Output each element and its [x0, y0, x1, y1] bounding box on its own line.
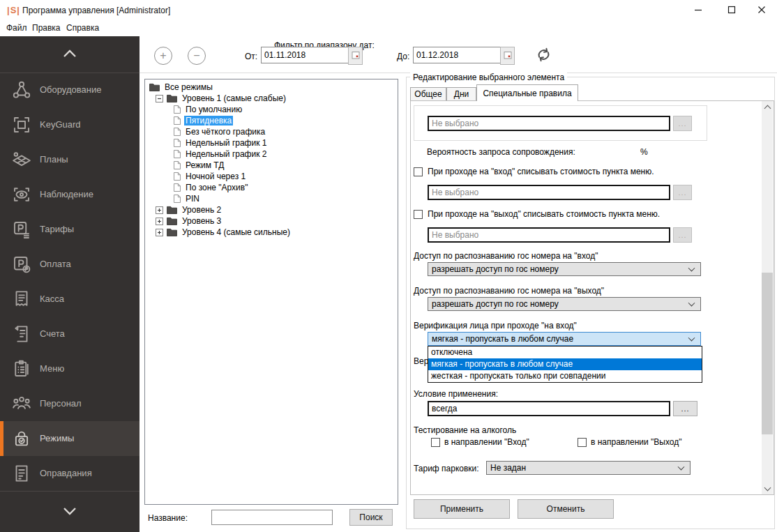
tab-label: Дни	[454, 89, 469, 99]
entry-writeoff-checkbox[interactable]	[414, 167, 423, 176]
tree-row[interactable]: Без чёткого графика	[145, 126, 398, 137]
scroll-down-button[interactable]	[762, 483, 773, 494]
face-entry-dropdown-list: отключена мягкая - пропускать в любом сл…	[428, 346, 702, 383]
cancel-button[interactable]: Отменить	[518, 499, 614, 519]
alcohol-exit-checkbox[interactable]	[578, 438, 587, 447]
sidebar-item-payment[interactable]: Оплата	[0, 247, 139, 282]
sidebar-item-plans[interactable]: Планы	[0, 142, 139, 177]
sidebar-item-observation[interactable]: Наблюдение	[0, 177, 139, 212]
collapse-icon[interactable]	[156, 95, 163, 102]
sidebar-item-label: Тарифы	[40, 212, 74, 247]
escort-browse-button[interactable]: ...	[673, 116, 692, 131]
sidebar-item-personnel[interactable]: Персонал	[0, 386, 139, 421]
document-icon	[174, 161, 181, 169]
select-value: разрешать доступ по гос номеру	[432, 264, 559, 274]
exit-writeoff-input[interactable]	[428, 227, 670, 243]
calendar-icon	[352, 51, 360, 61]
menu-file[interactable]: Файл	[6, 23, 27, 33]
tree-row[interactable]: Недельный график 1	[145, 137, 398, 149]
sidebar-item-menu[interactable]: Меню	[0, 351, 139, 386]
face-entry-select[interactable]: мягкая - пропускать в любом случае	[428, 332, 701, 346]
refresh-button[interactable]	[534, 45, 553, 66]
tree-row[interactable]: Ночной через 1	[145, 171, 398, 182]
condition-input[interactable]	[428, 401, 670, 416]
tree-node-label: Уровень 4 (самые сильные)	[181, 227, 292, 237]
expand-icon[interactable]	[156, 206, 163, 214]
maximize-button[interactable]	[716, 0, 747, 21]
tree-row[interactable]: Уровень 4 (самые сильные)	[145, 227, 398, 238]
sidebar-collapse-button[interactable]	[0, 36, 139, 73]
tab-general[interactable]: Общее	[410, 87, 446, 101]
dropdown-option[interactable]: отключена	[428, 347, 702, 358]
tree-row[interactable]: PIN	[145, 193, 398, 204]
tree-row[interactable]: Уровень 3	[145, 215, 398, 227]
expand-icon[interactable]	[156, 218, 163, 225]
entry-writeoff-input[interactable]	[428, 185, 670, 200]
tariffs-icon	[11, 219, 32, 240]
tree-row[interactable]: Уровень 1 (самые слабые)	[145, 93, 398, 104]
zoom-in-button[interactable]: +	[154, 47, 172, 65]
dropdown-option[interactable]: жесткая - пропускать только при совпаден…	[428, 370, 702, 382]
app-icon: |S|	[7, 5, 20, 15]
zoom-out-button[interactable]: −	[188, 47, 206, 65]
search-button[interactable]: Поиск	[349, 509, 393, 526]
tree-row[interactable]: Все режимы	[145, 82, 398, 93]
tree-row[interactable]: Недельный график 2	[145, 149, 398, 160]
date-to-calendar-button[interactable]	[500, 47, 515, 65]
tree-row[interactable]: Уровень 2	[145, 204, 398, 215]
sidebar-item-accounts[interactable]: Счета	[0, 317, 139, 351]
minimize-icon	[694, 6, 702, 16]
date-to-label: До:	[397, 52, 409, 61]
date-to-input[interactable]	[413, 47, 502, 63]
entry-writeoff-browse-button[interactable]: ...	[673, 185, 692, 200]
sidebar-item-label: Оправдания	[40, 456, 92, 491]
tree-row[interactable]: По умолчанию	[145, 104, 398, 115]
entry-writeoff-label: При проходе на "вход" списывать стоимост…	[428, 167, 654, 176]
sidebar-item-label: Меню	[40, 351, 64, 386]
plate-entry-select[interactable]: разрешать доступ по гос номеру	[428, 262, 701, 276]
menu-bar: Файл Правка Справка	[0, 21, 777, 36]
sidebar-item-equipment[interactable]: Оборудование	[0, 73, 139, 107]
exit-writeoff-checkbox[interactable]	[414, 210, 423, 219]
alcohol-entry-checkbox[interactable]	[431, 438, 440, 447]
date-from-calendar-button[interactable]	[348, 47, 363, 65]
menu-edit[interactable]: Правка	[32, 23, 61, 33]
exit-writeoff-label: При проходе на "выход" списывать стоимос…	[428, 209, 660, 219]
scroll-up-button[interactable]	[762, 101, 773, 112]
plate-exit-select[interactable]: разрешать доступ по гос номеру	[428, 297, 701, 311]
sidebar-item-cashdesk[interactable]: Касса	[0, 282, 139, 317]
tree-row[interactable]: По зоне "Архив"	[145, 182, 398, 193]
sidebar-item-modes[interactable]: Режимы	[0, 421, 139, 456]
date-from-input[interactable]	[261, 47, 350, 63]
condition-browse-button[interactable]: ...	[673, 401, 697, 416]
tree-node-label: Режим ТД	[184, 160, 225, 170]
expand-icon[interactable]	[156, 229, 163, 236]
escort-group-input[interactable]	[428, 116, 670, 131]
sidebar-item-keyguard[interactable]: KeyGuard	[0, 107, 139, 142]
dropdown-option-highlighted[interactable]: мягкая - пропускать в любом случае	[428, 358, 702, 370]
minimize-button[interactable]	[682, 0, 714, 21]
sidebar-item-tariffs[interactable]: Тарифы	[0, 212, 139, 247]
plate-entry-label: Доступ по распознаванию гос номера на "в…	[414, 251, 598, 261]
close-icon	[757, 6, 766, 16]
menu-help[interactable]: Справка	[66, 23, 99, 33]
sidebar-item-excuses[interactable]: Оправдания	[0, 456, 139, 491]
tree-row-selected[interactable]: Пятидневка	[145, 115, 398, 126]
scrollbar-thumb[interactable]	[762, 273, 773, 434]
tree-row[interactable]: Режим ТД	[145, 160, 398, 171]
sidebar-expand-button[interactable]	[0, 491, 139, 532]
editor-scrollbar[interactable]	[762, 101, 773, 494]
tab-special-rules[interactable]: Специальные правила	[476, 84, 578, 101]
plate-exit-label: Доступ по распознаванию гос номера на "в…	[414, 286, 604, 296]
parking-select[interactable]: Не задан	[486, 461, 691, 475]
exit-writeoff-browse-button[interactable]: ...	[673, 227, 692, 243]
close-button[interactable]	[746, 0, 777, 21]
document-icon	[174, 139, 181, 147]
apply-button[interactable]: Применить	[414, 499, 510, 519]
modes-icon	[11, 428, 32, 449]
maximize-icon	[727, 6, 736, 16]
tab-days[interactable]: Дни	[446, 87, 476, 101]
calendar-icon	[504, 51, 512, 61]
name-search-input[interactable]	[211, 510, 333, 525]
document-icon	[174, 195, 181, 203]
